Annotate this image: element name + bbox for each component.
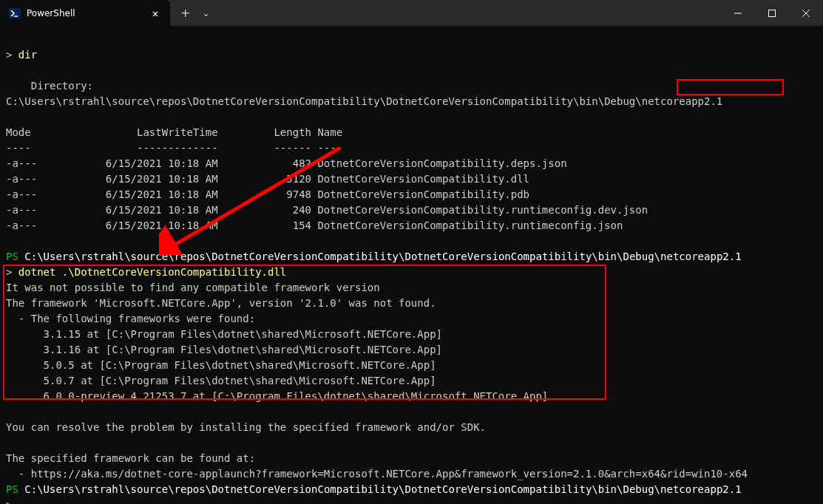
terminal[interactable]: > dir Directory: C:\Users\rstrahl\source… [0, 26, 823, 504]
title-bar: PowerShell ✕ + ⌄ [0, 0, 823, 26]
tab-close-button[interactable]: ✕ [148, 7, 163, 19]
error-line: - The following frameworks were found: [6, 313, 255, 324]
close-button[interactable] [789, 0, 823, 26]
directory-label: Directory: [6, 80, 93, 92]
dir-row: -a--- 6/15/2021 10:18 AM 5120 DotnetCore… [6, 173, 529, 185]
ps-path: C:\Users\rstrahl\source\repos\DotnetCore… [24, 251, 741, 262]
dir-row: -a--- 6/15/2021 10:18 AM 154 DotnetCoreV… [6, 219, 623, 231]
command-dotnet: dotnet .\DotnetCoreVersionCompatibility.… [18, 266, 286, 278]
error-line: 6.0.0-preview.4.21253.7 at [C:\Program F… [6, 390, 548, 402]
maximize-button[interactable] [755, 0, 789, 26]
resolve-line: You can resolve the problem by installin… [6, 421, 486, 433]
command-dir: dir [18, 49, 37, 61]
ps-prefix: PS [6, 251, 24, 262]
prompt-symbol: > [6, 49, 18, 61]
error-line: The framework 'Microsoft.NETCore.App', v… [6, 297, 436, 309]
window-controls [721, 0, 823, 26]
dir-divider: ---- ------------- ------ ---- [6, 142, 342, 154]
prompt-symbol: > [6, 499, 12, 504]
tab-dropdown-button[interactable]: ⌄ [202, 8, 209, 18]
svg-rect-3 [769, 10, 776, 16]
dir-row: -a--- 6/15/2021 10:18 AM 482 DotnetCoreV… [6, 157, 567, 169]
found-at-line: The specified framework can be found at: [6, 452, 255, 464]
dir-row: -a--- 6/15/2021 10:18 AM 240 DotnetCoreV… [6, 204, 648, 216]
tab-actions: + ⌄ [170, 0, 209, 26]
new-tab-button[interactable]: + [180, 6, 190, 20]
minimize-button[interactable] [721, 0, 755, 26]
directory-path: C:\Users\rstrahl\source\repos\DotnetCore… [6, 95, 722, 107]
dir-header: Mode LastWriteTime Length Name [6, 126, 342, 138]
found-url-line: - https://aka.ms/dotnet-core-applaunch?f… [6, 468, 748, 480]
error-line: It was not possible to find any compatib… [6, 282, 380, 293]
error-line: 3.1.15 at [C:\Program Files\dotnet\share… [6, 328, 442, 340]
tab-powershell[interactable]: PowerShell ✕ [0, 0, 170, 26]
dir-row: -a--- 6/15/2021 10:18 AM 9748 DotnetCore… [6, 188, 529, 200]
ps-prefix: PS [6, 483, 24, 495]
error-line: 5.0.7 at [C:\Program Files\dotnet\shared… [6, 375, 436, 386]
error-line: 3.1.16 at [C:\Program Files\dotnet\share… [6, 344, 442, 355]
error-line: 5.0.5 at [C:\Program Files\dotnet\shared… [6, 359, 436, 371]
prompt-symbol: > [6, 266, 18, 278]
powershell-icon [9, 7, 21, 19]
tab-title: PowerShell [27, 8, 142, 18]
ps-path: C:\Users\rstrahl\source\repos\DotnetCore… [24, 483, 741, 495]
